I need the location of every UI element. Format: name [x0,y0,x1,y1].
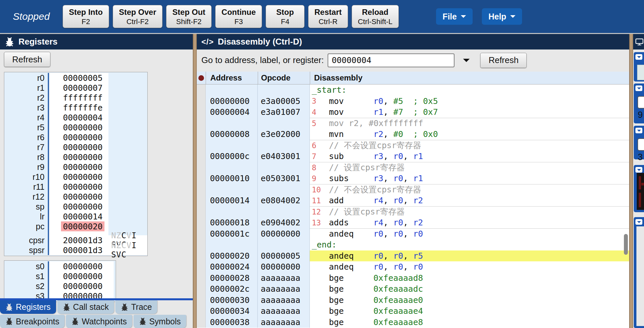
toolbar-button-step-into[interactable]: Step IntoF2 [63,5,109,28]
breakpoint-gutter-cell[interactable] [197,250,206,262]
operand: , [383,96,393,106]
disassembly-cell: 3movr0, #5 ; 0x5 [310,96,629,107]
register-value-cell[interactable]: 00000000 [49,122,108,132]
breakpoint-gutter-cell[interactable] [197,195,206,206]
breakpoint-gutter-cell[interactable] [197,295,206,306]
breakpoint-gutter-cell[interactable] [197,151,206,162]
disassembly-refresh-button[interactable]: Refresh [480,53,527,68]
menu-button-help[interactable]: Help [482,8,522,25]
register-name: sp [4,202,49,212]
mnemonic: adds [329,218,373,227]
register-value-cell[interactable]: 00000000 [49,281,114,291]
register-value-cell[interactable]: 00000000 [49,172,108,182]
breakpoint-gutter-cell[interactable] [197,107,206,118]
breakpoint-gutter-cell[interactable] [197,129,206,140]
float-register-row: s200000000 [4,281,116,291]
toolbar-button-restart[interactable]: RestartCtrl-R [308,5,348,28]
register-value-cell[interactable]: fffffffe [49,103,108,113]
breakpoint-gutter-cell[interactable] [197,96,206,107]
toolbar-button-stop[interactable]: StopF4 [266,5,305,28]
toolbar-button-reload[interactable]: ReloadCtrl-Shift-L [352,5,399,28]
toolbar-button-step-out[interactable]: Step OutShift-F2 [166,5,212,28]
operand: 0xfeaaaadc [373,284,423,294]
breakpoint-gutter-cell[interactable] [197,317,206,328]
register-value-cell[interactable]: ffffffff [49,93,108,103]
tab-breakpoints[interactable]: Breakpoints [0,315,65,328]
register-value-cell[interactable]: 00000000 [49,192,108,202]
menu-button-file[interactable]: File [436,8,473,25]
breakpoint-gutter-cell[interactable] [197,239,206,250]
breakpoint-gutter-cell[interactable] [197,283,206,295]
register-name: r1 [4,83,49,93]
chevron-down-icon[interactable] [635,219,642,225]
breakpoint-gutter-cell[interactable] [197,261,206,273]
register-value-cell[interactable]: 00000000 [49,182,108,192]
pane-resize-divider-right[interactable] [629,34,633,328]
device-checkbox[interactable] [637,138,644,151]
register-value-cell[interactable]: 00000000 [49,152,108,162]
register-value-cell[interactable]: 00000005 [49,73,108,83]
disassembly-cell: _start: [310,84,629,96]
register-value-cell[interactable]: 00000004 [49,113,108,122]
register-value-cell[interactable]: 00000000 [49,162,108,172]
operand: 0xfeaaaae4 [373,306,423,316]
chevron-down-icon[interactable] [635,128,642,133]
register-value-cell[interactable]: 00000000 [49,132,108,142]
device-box[interactable] [634,165,644,212]
breakpoint-gutter-cell[interactable] [197,306,206,317]
toolbar-button-step-over[interactable]: Step OverCtrl-F2 [113,5,162,28]
register-value-cell[interactable]: 00000000 [49,261,114,271]
tab-call-stack[interactable]: Call stack [57,300,114,314]
breakpoint-gutter-cell[interactable] [197,162,206,173]
device-box[interactable]: 9 [634,83,644,123]
device-box[interactable] [634,217,644,328]
chevron-down-icon[interactable] [635,54,642,60]
source-text: mov r2, #0xffffffff [329,118,423,128]
breakpoint-gutter-cell[interactable] [197,184,206,195]
register-value-cell[interactable]: 00000007 [49,83,108,93]
breakpoint-gutter-cell[interactable] [197,84,206,96]
chevron-down-icon[interactable] [635,85,642,91]
operand: r2 [413,196,423,205]
register-value-cell[interactable]: 00000000 [49,271,114,281]
toolbar-button-continue[interactable]: ContinueF3 [215,5,262,28]
tab-symbols[interactable]: Symbols [133,315,186,328]
device-box[interactable]: 3 [634,126,644,159]
registers-refresh-button[interactable]: Refresh [4,52,50,67]
opcode-cell: aaaaaaaa [258,295,310,306]
register-value-cell[interactable]: 00000000 [49,202,108,212]
register-value-cell[interactable]: 00000014 [49,212,108,221]
address-cell: 00000000 [206,96,258,107]
register-row: sp00000000 [4,202,147,212]
tab-trace[interactable]: Trace [115,300,157,314]
breakpoint-gutter-cell[interactable] [197,273,206,284]
tab-registers[interactable]: Registers [0,300,56,314]
opcode-cell: e0804002 [258,195,310,206]
breakpoint-gutter-cell[interactable] [197,228,206,240]
disassembly-column-header: Disassembly [310,72,629,84]
goto-dropdown-icon[interactable] [463,59,470,65]
breakpoint-gutter-cell[interactable] [197,206,206,217]
breakpoint-gutter-cell[interactable] [197,173,206,184]
disassembly-row: 00000000e3a000053movr0, #5 ; 0x5 [197,96,629,107]
device-box[interactable] [634,52,644,82]
breakpoint-gutter-cell[interactable] [197,140,206,151]
tab-watchpoints[interactable]: Watchpoints [66,315,132,328]
register-value-cell[interactable]: 00000020 [49,221,108,231]
chevron-down-icon[interactable] [635,167,642,173]
disassembly-scrollbar-thumb[interactable] [624,234,628,255]
device-checkbox[interactable] [637,96,644,109]
register-value-cell[interactable]: 000001d3NZCVI SVC [49,245,147,255]
register-name: lr [4,212,49,221]
pane-resize-divider-left[interactable] [193,34,197,328]
breakpoint-gutter-cell[interactable] [197,217,206,228]
mnemonic: bge [329,273,373,283]
breakpoint-gutter-cell[interactable] [197,118,206,129]
operand: , [383,229,393,239]
goto-address-input[interactable] [328,53,454,67]
address-cell: 00000010 [206,173,258,184]
disassembly-row: 12// 设置cpsr寄存器 [197,206,629,217]
opcode-cell: e0503001 [258,173,310,184]
tab-label: Trace [131,302,152,312]
register-value-cell[interactable]: 00000000 [49,142,108,152]
